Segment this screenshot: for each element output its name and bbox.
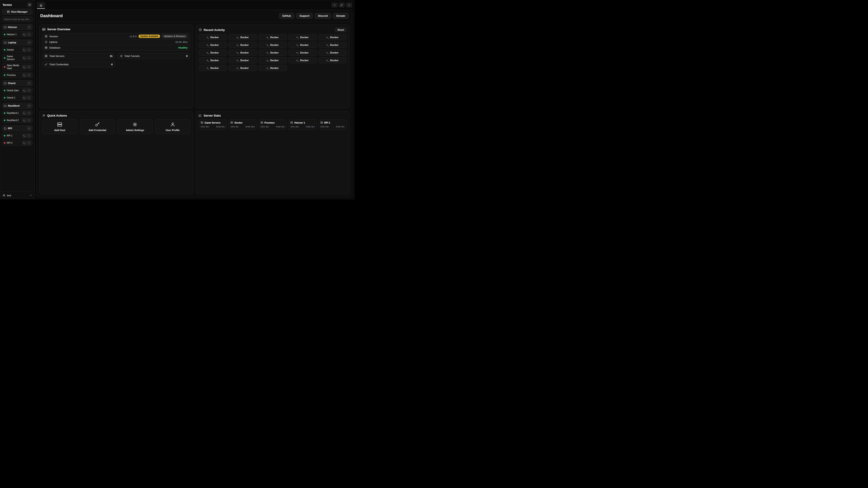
host-item[interactable]: Hetzner 1 >_ <box>2 31 33 37</box>
host-menu-button[interactable] <box>27 33 31 36</box>
host-menu-button[interactable] <box>27 111 31 115</box>
terminal-button[interactable]: >_ <box>22 33 26 36</box>
recent-activity-item[interactable]: >_ Docker <box>199 42 227 48</box>
updates-releases-button[interactable]: Updates & Releases <box>162 34 188 38</box>
server-icon <box>290 121 293 124</box>
host-menu-button[interactable] <box>27 141 31 145</box>
recent-activity-item[interactable]: >_ Docker <box>318 57 346 63</box>
admin-settings-button[interactable]: Admin Settings <box>118 120 153 134</box>
activity-label: Docker <box>211 67 219 69</box>
header-link-button[interactable]: Support <box>296 13 313 19</box>
host-menu-button[interactable] <box>27 134 31 138</box>
host-item[interactable]: Proxmox >_ <box>2 72 33 78</box>
recent-activity-item[interactable]: >_ Docker <box>199 57 227 63</box>
host-item[interactable]: RackNerd 2 >_ <box>2 117 33 123</box>
folder-header[interactable]: Laptop <box>2 39 33 45</box>
terminal-button[interactable]: >_ <box>22 48 26 52</box>
host-item[interactable]: Game Servers >_ <box>2 54 33 62</box>
host-menu-button[interactable] <box>27 73 31 77</box>
header-link-button[interactable]: Discord <box>315 13 331 19</box>
host-menu-button[interactable] <box>27 48 31 52</box>
total-credentials-box: Total Credentials 4 <box>42 61 115 67</box>
terminal-icon: >_ <box>297 52 299 54</box>
server-stat-card[interactable]: Hetzner 1 CPU: N/A RAM: N/A <box>288 120 316 130</box>
host-menu-button[interactable] <box>27 96 31 100</box>
credentials-button[interactable] <box>339 2 345 7</box>
recent-activity-item[interactable]: >_ Docker <box>288 34 316 40</box>
host-manager-button[interactable]: Host Manager <box>2 9 33 15</box>
recent-activity-item[interactable]: >_ Docker <box>318 50 346 56</box>
recent-activity-item[interactable]: >_ Docker <box>288 42 316 48</box>
recent-activity-item[interactable]: >_ Docker <box>228 42 256 48</box>
activity-label: Docker <box>240 36 249 39</box>
user-menu[interactable]: test <box>0 191 34 197</box>
chevron-down-icon[interactable] <box>27 104 31 108</box>
recent-activity-item[interactable]: >_ Docker <box>228 65 256 71</box>
recent-activity-item[interactable]: >_ Docker <box>199 50 227 56</box>
terminal-button[interactable]: >_ <box>22 111 26 115</box>
recent-activity-item[interactable]: >_ Docker <box>258 34 287 40</box>
server-stat-card[interactable]: Game Servers CPU: N/A RAM: N/A <box>199 120 227 130</box>
recent-activity-item[interactable]: >_ Docker <box>228 57 256 63</box>
chevron-down-icon[interactable] <box>27 81 31 85</box>
header-link-button[interactable]: Donate <box>333 13 348 19</box>
recent-activity-item[interactable]: >_ Docker <box>318 42 346 48</box>
ram-value: RAM: 30% <box>246 126 255 128</box>
menu-button[interactable] <box>27 2 32 7</box>
search-input[interactable] <box>2 17 33 22</box>
host-item[interactable]: RackNerd 1 >_ <box>2 110 33 116</box>
server-stat-card[interactable]: RPI 1 CPU: N/A RAM: N/A <box>318 120 346 130</box>
folder-header[interactable]: Oracle <box>2 80 33 86</box>
reset-button[interactable]: Reset <box>335 28 346 32</box>
host-actions: >_ <box>22 141 31 145</box>
server-stat-card[interactable]: Proxmox CPU: N/A RAM: N/A <box>258 120 287 130</box>
stat-values: CPU: N/A RAM: N/A <box>320 126 344 128</box>
update-available-badge[interactable]: Update Available <box>138 35 160 38</box>
host-item[interactable]: RPI 2 >_ <box>2 140 33 146</box>
terminal-button[interactable]: >_ <box>22 134 26 138</box>
host-menu-button[interactable] <box>27 56 31 60</box>
chevron-down-icon[interactable] <box>27 25 31 29</box>
expand-button[interactable] <box>346 2 352 7</box>
recent-activity-item[interactable]: >_ Docker <box>258 50 287 56</box>
tab-home[interactable] <box>37 2 45 9</box>
recent-activity-item[interactable]: >_ Docker <box>199 34 227 40</box>
terminal-button[interactable]: >_ <box>22 65 26 69</box>
host-menu-button[interactable] <box>27 119 31 122</box>
collapse-button[interactable] <box>332 2 338 7</box>
activity-grid: >_ Docker >_ Docker >_ Docker >_ Docker <box>199 34 346 71</box>
host-menu-button[interactable] <box>27 89 31 92</box>
recent-activity-item[interactable]: >_ Docker <box>199 65 227 71</box>
folder-header[interactable]: Hetzner <box>2 24 33 30</box>
recent-activity-item[interactable]: >_ Docker <box>318 34 346 40</box>
recent-activity-item[interactable]: >_ Docker <box>228 34 256 40</box>
recent-activity-item[interactable]: >_ Docker <box>288 57 316 63</box>
recent-activity-item[interactable]: >_ Docker <box>288 50 316 56</box>
host-item[interactable]: RPI 1 >_ <box>2 133 33 138</box>
recent-activity-item[interactable]: >_ Docker <box>258 65 287 71</box>
host-item[interactable]: Docker >_ <box>2 47 33 53</box>
terminal-button[interactable]: >_ <box>22 89 26 92</box>
header-link-button[interactable]: GitHub <box>279 13 294 19</box>
user-profile-button[interactable]: User Profile <box>155 120 190 134</box>
recent-activity-item[interactable]: >_ Docker <box>228 50 256 56</box>
terminal-button[interactable]: >_ <box>22 73 26 77</box>
chevron-down-icon[interactable] <box>27 41 31 44</box>
host-menu-button[interactable] <box>27 65 31 69</box>
host-item[interactable]: Oracle 1 >_ <box>2 95 33 101</box>
folder-header[interactable]: RPI <box>2 125 33 131</box>
activity-label: Docker <box>330 51 338 54</box>
folder-header[interactable]: RackNerd <box>2 103 33 109</box>
chevron-down-icon[interactable] <box>27 127 31 130</box>
terminal-button[interactable]: >_ <box>22 141 26 145</box>
add-credential-button[interactable]: Add Credential <box>80 120 115 134</box>
terminal-button[interactable]: >_ <box>22 56 26 60</box>
server-stat-card[interactable]: Docker CPU: 6% RAM: 30% <box>228 120 256 130</box>
terminal-button[interactable]: >_ <box>22 119 26 122</box>
recent-activity-item[interactable]: >_ Docker <box>258 42 287 48</box>
recent-activity-item[interactable]: >_ Docker <box>258 57 287 63</box>
host-item[interactable]: Open Media Vault >_ <box>2 63 33 71</box>
terminal-button[interactable]: >_ <box>22 96 26 100</box>
host-item[interactable]: Oracle Sam >_ <box>2 88 33 93</box>
add-host-button[interactable]: Add Host <box>42 120 77 134</box>
